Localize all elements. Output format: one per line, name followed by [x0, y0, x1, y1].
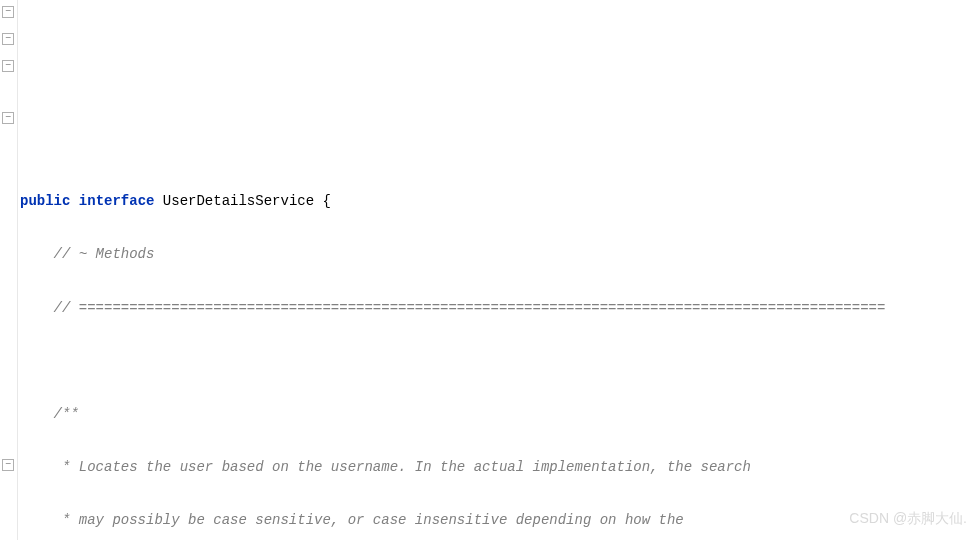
- code-editor-content[interactable]: public interface UserDetailsService { //…: [18, 162, 979, 540]
- javadoc-line: * may possibly be case sensitive, or cas…: [20, 512, 684, 528]
- javadoc-line: * Locates the user based on the username…: [20, 459, 751, 475]
- comment-separator: ========================================…: [79, 300, 886, 316]
- fold-marker-icon[interactable]: −: [2, 112, 14, 124]
- code-line: // =====================================…: [20, 295, 979, 322]
- code-line: * may possibly be case sensitive, or cas…: [20, 507, 979, 534]
- code-line: * Locates the user based on the username…: [20, 454, 979, 481]
- javadoc-open: /**: [20, 406, 79, 422]
- keyword-public: public: [20, 193, 70, 209]
- code-line: /**: [20, 401, 979, 428]
- code-line: // ~ Methods: [20, 241, 979, 268]
- fold-marker-icon[interactable]: −: [2, 33, 14, 45]
- comment-separator-prefix: //: [20, 300, 79, 316]
- editor-gutter: − − − − −: [0, 0, 18, 540]
- code-line: public interface UserDetailsService {: [20, 188, 979, 215]
- brace-open: {: [314, 193, 331, 209]
- fold-marker-icon[interactable]: −: [2, 60, 14, 72]
- watermark: CSDN @赤脚大仙.: [849, 505, 967, 532]
- comment-methods: // ~ Methods: [20, 246, 154, 262]
- fold-marker-icon[interactable]: −: [2, 6, 14, 18]
- fold-marker-icon[interactable]: −: [2, 459, 14, 471]
- keyword-interface: interface: [79, 193, 155, 209]
- code-line-blank: [20, 348, 979, 375]
- interface-name: UserDetailsService: [163, 193, 314, 209]
